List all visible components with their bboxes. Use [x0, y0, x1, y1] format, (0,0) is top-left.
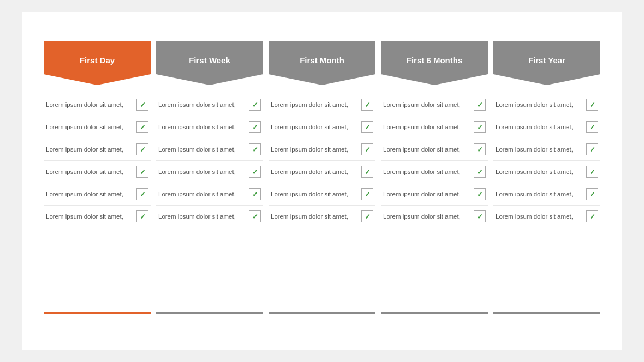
checkmark-icon: ✓	[140, 190, 146, 198]
check-item: Lorem ipsum dolor sit amet,✓	[44, 206, 151, 227]
item-text: Lorem ipsum dolor sit amet,	[496, 145, 582, 154]
item-text: Lorem ipsum dolor sit amet,	[271, 212, 357, 221]
item-text: Lorem ipsum dolor sit amet,	[383, 145, 469, 154]
check-icon: ✓	[249, 210, 261, 222]
col-bottom-line-first-6-months	[381, 312, 488, 314]
col-header-first-day: First Day	[44, 41, 151, 85]
checkmark-icon: ✓	[365, 213, 371, 221]
check-icon: ✓	[586, 210, 598, 222]
checkmark-icon: ✓	[589, 101, 595, 109]
check-item: Lorem ipsum dolor sit amet,✓	[381, 161, 488, 183]
check-icon: ✓	[136, 121, 148, 133]
item-text: Lorem ipsum dolor sit amet,	[158, 212, 245, 221]
column-first-day: First DayLorem ipsum dolor sit amet,✓Lor…	[44, 41, 151, 314]
checkmark-icon: ✓	[589, 146, 595, 154]
item-text: Lorem ipsum dolor sit amet,	[271, 123, 357, 131]
check-icon: ✓	[474, 166, 486, 178]
checkmark-icon: ✓	[477, 190, 483, 198]
column-first-month: First MonthLorem ipsum dolor sit amet,✓L…	[269, 41, 375, 314]
check-icon: ✓	[249, 121, 261, 133]
check-icon: ✓	[586, 143, 598, 155]
item-text: Lorem ipsum dolor sit amet,	[496, 212, 582, 221]
check-icon: ✓	[136, 166, 148, 178]
item-text: Lorem ipsum dolor sit amet,	[46, 123, 132, 131]
check-item: Lorem ipsum dolor sit amet,✓	[269, 116, 375, 138]
checkmark-icon: ✓	[365, 101, 371, 109]
checkmark-icon: ✓	[477, 123, 483, 131]
checklist-first-6-months: Lorem ipsum dolor sit amet,✓Lorem ipsum …	[381, 94, 488, 307]
checkmark-icon: ✓	[365, 123, 371, 131]
check-item: Lorem ipsum dolor sit amet,✓	[381, 206, 488, 227]
item-text: Lorem ipsum dolor sit amet,	[158, 123, 245, 131]
item-text: Lorem ipsum dolor sit amet,	[271, 100, 357, 109]
check-item: Lorem ipsum dolor sit amet,✓	[44, 94, 151, 116]
checkmark-icon: ✓	[140, 213, 146, 221]
check-icon: ✓	[474, 121, 486, 133]
item-text: Lorem ipsum dolor sit amet,	[46, 190, 132, 198]
col-header-first-6-months: First 6 Months	[381, 41, 488, 85]
check-item: Lorem ipsum dolor sit amet,✓	[156, 161, 263, 183]
item-text: Lorem ipsum dolor sit amet,	[271, 167, 357, 176]
check-icon: ✓	[361, 99, 373, 111]
check-item: Lorem ipsum dolor sit amet,✓	[44, 161, 151, 183]
column-first-week: First WeekLorem ipsum dolor sit amet,✓Lo…	[156, 41, 263, 314]
col-bottom-line-first-day	[44, 312, 151, 314]
checkmark-icon: ✓	[589, 168, 595, 176]
col-header-first-year: First Year	[493, 41, 600, 85]
item-text: Lorem ipsum dolor sit amet,	[496, 167, 582, 176]
col-bottom-line-first-year	[493, 312, 600, 314]
col-header-text-first-6-months: First 6 Months	[402, 56, 467, 71]
check-icon: ✓	[361, 143, 373, 155]
item-text: Lorem ipsum dolor sit amet,	[496, 123, 582, 131]
check-icon: ✓	[474, 143, 486, 155]
checkmark-icon: ✓	[252, 190, 258, 198]
checkmark-icon: ✓	[589, 190, 595, 198]
slide: First DayLorem ipsum dolor sit amet,✓Lor…	[22, 12, 622, 350]
item-text: Lorem ipsum dolor sit amet,	[46, 100, 132, 109]
col-header-text-first-week: First Week	[184, 56, 235, 71]
checkmark-icon: ✓	[140, 101, 146, 109]
item-text: Lorem ipsum dolor sit amet,	[158, 190, 245, 198]
check-icon: ✓	[361, 188, 373, 200]
check-item: Lorem ipsum dolor sit amet,✓	[493, 206, 600, 227]
checkmark-icon: ✓	[140, 168, 146, 176]
check-icon: ✓	[474, 188, 486, 200]
item-text: Lorem ipsum dolor sit amet,	[383, 123, 469, 131]
check-icon: ✓	[586, 188, 598, 200]
col-header-text-first-month: First Month	[295, 56, 349, 71]
check-icon: ✓	[249, 188, 261, 200]
check-item: Lorem ipsum dolor sit amet,✓	[493, 183, 600, 206]
check-item: Lorem ipsum dolor sit amet,✓	[493, 161, 600, 183]
col-bottom-line-first-week	[156, 312, 263, 314]
check-icon: ✓	[361, 210, 373, 222]
item-text: Lorem ipsum dolor sit amet,	[383, 167, 469, 176]
check-item: Lorem ipsum dolor sit amet,✓	[44, 116, 151, 138]
check-item: Lorem ipsum dolor sit amet,✓	[269, 94, 375, 116]
check-item: Lorem ipsum dolor sit amet,✓	[381, 183, 488, 206]
check-icon: ✓	[586, 99, 598, 111]
col-header-first-month: First Month	[269, 41, 375, 85]
checkmark-icon: ✓	[252, 101, 258, 109]
check-icon: ✓	[586, 121, 598, 133]
checkmark-icon: ✓	[365, 146, 371, 154]
col-header-first-week: First Week	[156, 41, 263, 85]
item-text: Lorem ipsum dolor sit amet,	[496, 190, 582, 198]
col-header-text-first-day: First Day	[75, 56, 119, 71]
item-text: Lorem ipsum dolor sit amet,	[383, 100, 469, 109]
checkmark-icon: ✓	[252, 123, 258, 131]
check-icon: ✓	[136, 210, 148, 222]
checkmark-icon: ✓	[589, 213, 595, 221]
check-icon: ✓	[249, 99, 261, 111]
checkmark-icon: ✓	[252, 213, 258, 221]
checkmark-icon: ✓	[477, 168, 483, 176]
checkmark-icon: ✓	[140, 146, 146, 154]
check-item: Lorem ipsum dolor sit amet,✓	[493, 116, 600, 138]
check-item: Lorem ipsum dolor sit amet,✓	[156, 94, 263, 116]
check-item: Lorem ipsum dolor sit amet,✓	[269, 183, 375, 206]
item-text: Lorem ipsum dolor sit amet,	[46, 145, 132, 154]
check-item: Lorem ipsum dolor sit amet,✓	[381, 138, 488, 161]
checklist-first-day: Lorem ipsum dolor sit amet,✓Lorem ipsum …	[44, 94, 151, 307]
checkmark-icon: ✓	[589, 123, 595, 131]
item-text: Lorem ipsum dolor sit amet,	[46, 212, 132, 221]
checklist-first-week: Lorem ipsum dolor sit amet,✓Lorem ipsum …	[156, 94, 263, 307]
